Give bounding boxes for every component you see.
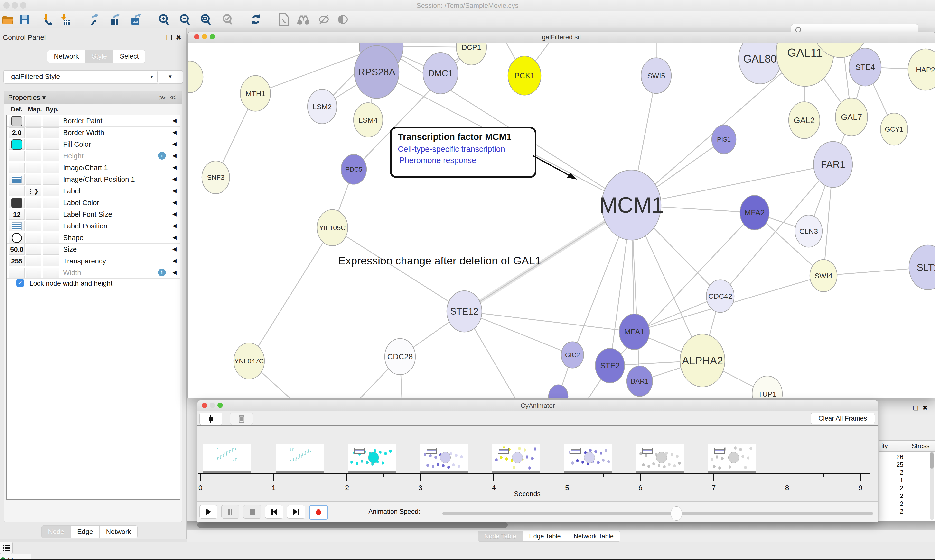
table-cell-value[interactable]: 25 [881, 461, 903, 469]
frame-thumbnail-6[interactable] [636, 444, 684, 473]
property-row-transparency[interactable]: 255Transparency◀ [6, 255, 180, 267]
bypass-cell[interactable] [43, 163, 59, 173]
tab-network-bottom[interactable]: Network [100, 525, 137, 538]
mapping-cell[interactable] [26, 221, 41, 231]
node-lsliv[interactable] [188, 61, 203, 93]
expand-arrow-icon[interactable]: ◀ [173, 211, 176, 217]
style-options-button[interactable]: ▼ [157, 70, 183, 84]
property-row-label-position[interactable]: Label Position◀ [6, 220, 180, 232]
default-value-cell[interactable]: 2.0 [9, 128, 25, 138]
zoom-out-icon[interactable] [179, 13, 191, 26]
mapping-cell[interactable] [26, 163, 41, 173]
property-row-label-color[interactable]: Label Color◀ [6, 197, 180, 208]
expand-arrow-icon[interactable]: ◀ [173, 164, 176, 171]
refresh-icon[interactable] [250, 13, 262, 26]
default-value-cell[interactable] [9, 221, 25, 231]
default-value-cell[interactable] [9, 186, 25, 196]
info-icon[interactable]: i [158, 152, 166, 160]
default-value-cell[interactable] [9, 116, 25, 126]
speed-slider-thumb[interactable] [671, 506, 682, 521]
network-canvas[interactable]: DCP1RPS28ADMC1PCK1SWI5GAL80GAL11STE4HAP2… [188, 43, 935, 398]
mapping-cell[interactable] [26, 174, 41, 185]
save-session-icon[interactable] [18, 13, 31, 26]
mapping-cell[interactable] [26, 139, 41, 149]
property-row-fill-color[interactable]: Fill Color◀ [6, 138, 180, 150]
table-scrollbar-thumb[interactable] [930, 452, 933, 469]
show-annotations-icon[interactable] [336, 13, 349, 26]
bypass-cell[interactable] [43, 174, 59, 185]
edge[interactable] [381, 46, 631, 205]
bypass-cell[interactable] [43, 209, 59, 220]
table-cell-value[interactable]: 26 [881, 453, 903, 461]
property-row-shape[interactable]: Shape◀ [6, 232, 180, 243]
clear-all-frames-button[interactable]: Clear All Frames [811, 413, 875, 424]
annotation-link-2[interactable]: Pheromone response [399, 156, 476, 165]
table-cell-value[interactable]: 2 [881, 492, 903, 500]
add-frame-button[interactable] [199, 412, 222, 425]
find-icon[interactable] [296, 13, 309, 26]
expand-arrow-icon[interactable]: ◀ [173, 176, 176, 182]
annotation-link-1[interactable]: Cell-type-specific transcription [398, 145, 505, 154]
info-icon[interactable]: i [158, 269, 166, 276]
lock-size-checkbox[interactable]: ✓ [16, 279, 24, 287]
default-value-cell[interactable] [9, 151, 25, 161]
expand-arrow-icon[interactable]: ◀ [173, 223, 176, 229]
table-cell-value[interactable]: 2 [881, 469, 903, 476]
float-panel-icon[interactable]: ❑ [166, 34, 172, 42]
mapping-cell[interactable] [26, 232, 41, 243]
first-frame-button[interactable] [265, 505, 283, 518]
expand-arrow-icon[interactable]: ◀ [173, 258, 176, 264]
frame-thumbnail-1[interactable] [276, 444, 324, 473]
frame-thumbnail-5[interactable] [564, 444, 612, 473]
record-button[interactable] [309, 505, 328, 520]
speed-slider-track[interactable] [442, 512, 873, 514]
default-value-cell[interactable]: 50.0 [9, 244, 25, 255]
expand-arrow-icon[interactable]: ◀ [173, 129, 176, 135]
mapping-cell[interactable] [26, 128, 41, 138]
default-value-cell[interactable] [9, 197, 25, 208]
expand-arrow-icon[interactable]: ◀ [173, 234, 176, 241]
expand-arrow-icon[interactable]: ◀ [173, 141, 176, 147]
tab-style[interactable]: Style [85, 50, 113, 63]
mapping-cell[interactable] [26, 209, 41, 220]
cyanimator-titlebar[interactable]: CyAnimator [197, 400, 878, 412]
bypass-cell[interactable] [43, 139, 59, 149]
table-scrollbar[interactable] [930, 452, 934, 520]
default-value-cell[interactable] [9, 232, 25, 243]
expand-arrow-icon[interactable]: ◀ [173, 269, 176, 275]
property-row-image-chart-1[interactable]: Image/Chart 1◀ [6, 162, 180, 174]
property-row-image-chart-position-1[interactable]: Image/Chart Position 1◀ [6, 174, 180, 185]
delete-frame-button[interactable] [230, 412, 253, 425]
table-cell-value[interactable]: 2 [881, 485, 903, 492]
table-cell-value[interactable]: 2 [881, 508, 903, 515]
bypass-cell[interactable] [43, 197, 59, 208]
open-session-icon[interactable] [2, 13, 14, 26]
bypass-cell[interactable] [43, 151, 59, 161]
frame-thumbnail-7[interactable] [708, 444, 756, 473]
mapping-cell[interactable] [26, 151, 41, 161]
tab-node[interactable]: Node [42, 525, 71, 538]
tab-node-table[interactable]: Node Table [478, 531, 523, 542]
expand-arrow-icon[interactable]: ◀ [173, 152, 176, 159]
column-header-centrality[interactable]: ity [881, 442, 888, 450]
edge[interactable] [332, 228, 464, 311]
zoom-in-icon[interactable] [158, 13, 170, 26]
network-window-titlebar[interactable]: galFiltered.sif [188, 32, 935, 43]
edge[interactable] [249, 228, 332, 361]
zoom-selected-icon[interactable] [222, 13, 234, 26]
expand-arrow-icon[interactable]: ◀ [173, 199, 176, 206]
default-value-cell[interactable] [9, 163, 25, 173]
column-header-stress[interactable]: Stress [912, 442, 930, 450]
table-cell-value[interactable]: 1 [881, 477, 903, 484]
mapping-cell[interactable] [26, 244, 41, 255]
default-value-cell[interactable] [9, 174, 25, 185]
bypass-cell[interactable] [43, 128, 59, 138]
bypass-cell[interactable] [43, 116, 59, 126]
mapping-cell[interactable] [26, 256, 41, 266]
export-network-icon[interactable] [88, 13, 100, 26]
bypass-cell[interactable] [43, 256, 59, 266]
bypass-cell[interactable] [43, 221, 59, 231]
default-value-cell[interactable]: 12 [9, 209, 25, 220]
stop-button[interactable] [243, 505, 261, 518]
close-panel-icon[interactable]: ✖ [176, 34, 181, 42]
